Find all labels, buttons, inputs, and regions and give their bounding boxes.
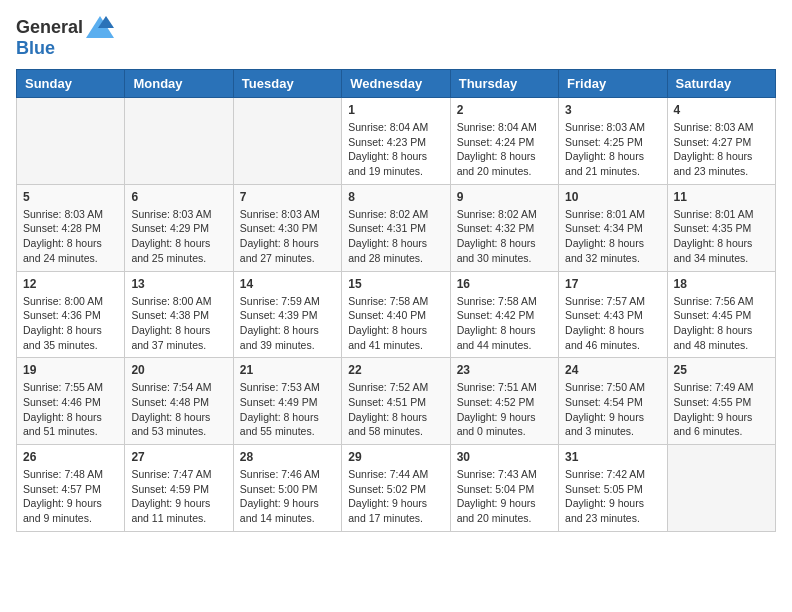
weekday-header-friday: Friday: [559, 70, 667, 98]
day-number: 28: [240, 450, 335, 464]
calendar-cell: 30Sunrise: 7:43 AM Sunset: 5:04 PM Dayli…: [450, 445, 558, 532]
calendar-cell: 27Sunrise: 7:47 AM Sunset: 4:59 PM Dayli…: [125, 445, 233, 532]
day-info: Sunrise: 8:04 AM Sunset: 4:24 PM Dayligh…: [457, 120, 552, 179]
day-info: Sunrise: 7:56 AM Sunset: 4:45 PM Dayligh…: [674, 294, 769, 353]
calendar-cell: 22Sunrise: 7:52 AM Sunset: 4:51 PM Dayli…: [342, 358, 450, 445]
calendar-cell: 17Sunrise: 7:57 AM Sunset: 4:43 PM Dayli…: [559, 271, 667, 358]
day-number: 20: [131, 363, 226, 377]
day-number: 13: [131, 277, 226, 291]
day-number: 27: [131, 450, 226, 464]
page-header: General Blue: [16, 16, 776, 59]
day-number: 1: [348, 103, 443, 117]
day-info: Sunrise: 8:03 AM Sunset: 4:29 PM Dayligh…: [131, 207, 226, 266]
logo-blue-text: Blue: [16, 38, 55, 59]
calendar-cell: 9Sunrise: 8:02 AM Sunset: 4:32 PM Daylig…: [450, 184, 558, 271]
weekday-header-thursday: Thursday: [450, 70, 558, 98]
calendar-cell: 15Sunrise: 7:58 AM Sunset: 4:40 PM Dayli…: [342, 271, 450, 358]
day-number: 5: [23, 190, 118, 204]
calendar-cell: 18Sunrise: 7:56 AM Sunset: 4:45 PM Dayli…: [667, 271, 775, 358]
day-number: 11: [674, 190, 769, 204]
day-info: Sunrise: 8:01 AM Sunset: 4:34 PM Dayligh…: [565, 207, 660, 266]
calendar-cell: 2Sunrise: 8:04 AM Sunset: 4:24 PM Daylig…: [450, 98, 558, 185]
calendar-cell: 12Sunrise: 8:00 AM Sunset: 4:36 PM Dayli…: [17, 271, 125, 358]
day-info: Sunrise: 7:47 AM Sunset: 4:59 PM Dayligh…: [131, 467, 226, 526]
day-info: Sunrise: 8:03 AM Sunset: 4:28 PM Dayligh…: [23, 207, 118, 266]
calendar-cell: [125, 98, 233, 185]
day-info: Sunrise: 7:51 AM Sunset: 4:52 PM Dayligh…: [457, 380, 552, 439]
logo-general-text: General: [16, 17, 83, 38]
day-number: 7: [240, 190, 335, 204]
calendar-table: SundayMondayTuesdayWednesdayThursdayFrid…: [16, 69, 776, 532]
calendar-cell: 19Sunrise: 7:55 AM Sunset: 4:46 PM Dayli…: [17, 358, 125, 445]
calendar-cell: 4Sunrise: 8:03 AM Sunset: 4:27 PM Daylig…: [667, 98, 775, 185]
calendar-cell: 3Sunrise: 8:03 AM Sunset: 4:25 PM Daylig…: [559, 98, 667, 185]
calendar-cell: 31Sunrise: 7:42 AM Sunset: 5:05 PM Dayli…: [559, 445, 667, 532]
day-info: Sunrise: 7:43 AM Sunset: 5:04 PM Dayligh…: [457, 467, 552, 526]
calendar-cell: 1Sunrise: 8:04 AM Sunset: 4:23 PM Daylig…: [342, 98, 450, 185]
day-number: 2: [457, 103, 552, 117]
calendar-cell: 5Sunrise: 8:03 AM Sunset: 4:28 PM Daylig…: [17, 184, 125, 271]
day-info: Sunrise: 8:00 AM Sunset: 4:36 PM Dayligh…: [23, 294, 118, 353]
calendar-cell: 28Sunrise: 7:46 AM Sunset: 5:00 PM Dayli…: [233, 445, 341, 532]
calendar-week-5: 26Sunrise: 7:48 AM Sunset: 4:57 PM Dayli…: [17, 445, 776, 532]
day-number: 14: [240, 277, 335, 291]
day-info: Sunrise: 8:02 AM Sunset: 4:32 PM Dayligh…: [457, 207, 552, 266]
calendar-week-3: 12Sunrise: 8:00 AM Sunset: 4:36 PM Dayli…: [17, 271, 776, 358]
calendar-cell: 20Sunrise: 7:54 AM Sunset: 4:48 PM Dayli…: [125, 358, 233, 445]
weekday-header-sunday: Sunday: [17, 70, 125, 98]
calendar-cell: 7Sunrise: 8:03 AM Sunset: 4:30 PM Daylig…: [233, 184, 341, 271]
day-info: Sunrise: 7:52 AM Sunset: 4:51 PM Dayligh…: [348, 380, 443, 439]
calendar-header-row: SundayMondayTuesdayWednesdayThursdayFrid…: [17, 70, 776, 98]
day-info: Sunrise: 7:58 AM Sunset: 4:40 PM Dayligh…: [348, 294, 443, 353]
weekday-header-monday: Monday: [125, 70, 233, 98]
calendar-cell: 8Sunrise: 8:02 AM Sunset: 4:31 PM Daylig…: [342, 184, 450, 271]
day-number: 10: [565, 190, 660, 204]
calendar-cell: 13Sunrise: 8:00 AM Sunset: 4:38 PM Dayli…: [125, 271, 233, 358]
day-info: Sunrise: 8:03 AM Sunset: 4:30 PM Dayligh…: [240, 207, 335, 266]
day-info: Sunrise: 7:54 AM Sunset: 4:48 PM Dayligh…: [131, 380, 226, 439]
day-info: Sunrise: 7:42 AM Sunset: 5:05 PM Dayligh…: [565, 467, 660, 526]
calendar-cell: 26Sunrise: 7:48 AM Sunset: 4:57 PM Dayli…: [17, 445, 125, 532]
day-number: 31: [565, 450, 660, 464]
day-number: 4: [674, 103, 769, 117]
day-info: Sunrise: 7:55 AM Sunset: 4:46 PM Dayligh…: [23, 380, 118, 439]
calendar-cell: [17, 98, 125, 185]
day-number: 18: [674, 277, 769, 291]
day-info: Sunrise: 7:46 AM Sunset: 5:00 PM Dayligh…: [240, 467, 335, 526]
day-info: Sunrise: 8:03 AM Sunset: 4:27 PM Dayligh…: [674, 120, 769, 179]
day-number: 8: [348, 190, 443, 204]
logo-icon: [86, 16, 114, 38]
calendar-cell: 6Sunrise: 8:03 AM Sunset: 4:29 PM Daylig…: [125, 184, 233, 271]
day-number: 16: [457, 277, 552, 291]
day-number: 29: [348, 450, 443, 464]
day-info: Sunrise: 7:59 AM Sunset: 4:39 PM Dayligh…: [240, 294, 335, 353]
day-number: 6: [131, 190, 226, 204]
weekday-header-saturday: Saturday: [667, 70, 775, 98]
calendar-week-1: 1Sunrise: 8:04 AM Sunset: 4:23 PM Daylig…: [17, 98, 776, 185]
calendar-week-2: 5Sunrise: 8:03 AM Sunset: 4:28 PM Daylig…: [17, 184, 776, 271]
day-number: 19: [23, 363, 118, 377]
calendar-cell: [233, 98, 341, 185]
day-info: Sunrise: 7:50 AM Sunset: 4:54 PM Dayligh…: [565, 380, 660, 439]
day-number: 15: [348, 277, 443, 291]
calendar-cell: 16Sunrise: 7:58 AM Sunset: 4:42 PM Dayli…: [450, 271, 558, 358]
day-number: 22: [348, 363, 443, 377]
day-info: Sunrise: 7:53 AM Sunset: 4:49 PM Dayligh…: [240, 380, 335, 439]
weekday-header-tuesday: Tuesday: [233, 70, 341, 98]
weekday-header-wednesday: Wednesday: [342, 70, 450, 98]
calendar-cell: 24Sunrise: 7:50 AM Sunset: 4:54 PM Dayli…: [559, 358, 667, 445]
calendar-cell: [667, 445, 775, 532]
day-info: Sunrise: 7:44 AM Sunset: 5:02 PM Dayligh…: [348, 467, 443, 526]
day-info: Sunrise: 8:00 AM Sunset: 4:38 PM Dayligh…: [131, 294, 226, 353]
calendar-cell: 10Sunrise: 8:01 AM Sunset: 4:34 PM Dayli…: [559, 184, 667, 271]
day-number: 12: [23, 277, 118, 291]
day-number: 24: [565, 363, 660, 377]
day-info: Sunrise: 8:01 AM Sunset: 4:35 PM Dayligh…: [674, 207, 769, 266]
day-number: 23: [457, 363, 552, 377]
day-info: Sunrise: 7:58 AM Sunset: 4:42 PM Dayligh…: [457, 294, 552, 353]
calendar-cell: 14Sunrise: 7:59 AM Sunset: 4:39 PM Dayli…: [233, 271, 341, 358]
calendar-cell: 29Sunrise: 7:44 AM Sunset: 5:02 PM Dayli…: [342, 445, 450, 532]
calendar-cell: 25Sunrise: 7:49 AM Sunset: 4:55 PM Dayli…: [667, 358, 775, 445]
calendar-cell: 11Sunrise: 8:01 AM Sunset: 4:35 PM Dayli…: [667, 184, 775, 271]
day-info: Sunrise: 7:57 AM Sunset: 4:43 PM Dayligh…: [565, 294, 660, 353]
